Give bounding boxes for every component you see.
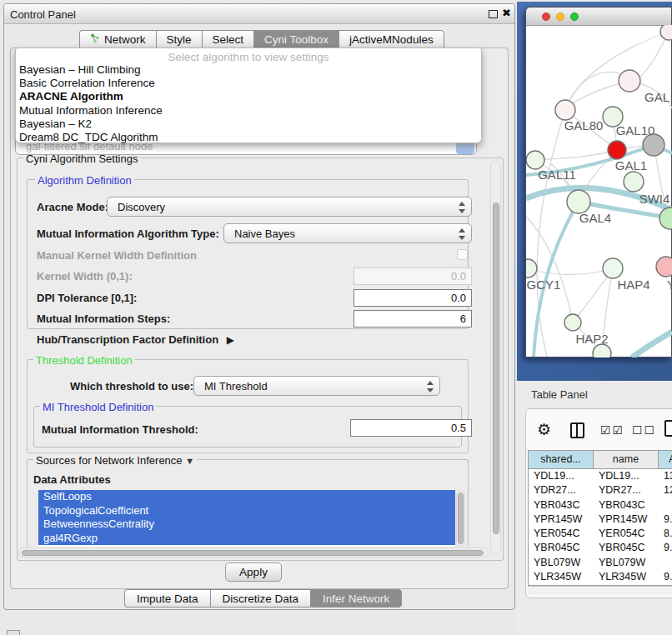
network-node[interactable] xyxy=(659,208,672,229)
table-cell: 9. xyxy=(659,512,672,527)
network-node[interactable] xyxy=(643,134,664,156)
table-cell: YPR145W xyxy=(529,512,594,527)
network-node[interactable] xyxy=(593,344,611,358)
kernel-width-field[interactable]: 0.0 xyxy=(354,268,472,285)
network-node[interactable] xyxy=(624,172,644,192)
algorithm-option[interactable]: Mutual Information Inference xyxy=(16,104,481,118)
threshold-definition-title: Threshold Definition xyxy=(33,354,135,367)
tab-select[interactable]: Select xyxy=(202,30,254,48)
which-threshold-label: Which threshold to use: xyxy=(70,380,193,392)
network-node[interactable] xyxy=(555,100,575,120)
tab-style[interactable]: Style xyxy=(156,30,202,48)
dpi-tolerance-field[interactable]: 0.0 xyxy=(354,289,472,307)
control-panel-titlebar[interactable] xyxy=(4,4,514,24)
network-node[interactable] xyxy=(660,25,672,40)
network-node[interactable] xyxy=(603,258,623,278)
network-node[interactable] xyxy=(564,314,581,331)
algorithm-option[interactable]: Bayesian – Hill Climbing xyxy=(16,63,481,77)
table-header-row: shared...nameA xyxy=(529,451,672,469)
table-cell: YDR27... xyxy=(594,483,659,498)
node-label: GAL xyxy=(644,90,669,104)
data-attributes-list[interactable]: SelfLoopsTopologicalCoefficientBetweenne… xyxy=(38,490,455,547)
algorithm-definition-title: Algorithm Definition xyxy=(35,174,134,187)
mi-type-label: Mutual Information Algorithm Type: xyxy=(37,228,219,240)
node-label: GAL1 xyxy=(615,158,647,172)
collapsed-panel-icon[interactable] xyxy=(7,630,20,635)
mi-steps-field[interactable]: 6 xyxy=(354,310,472,328)
mi-type-combobox[interactable]: Naive Bayes xyxy=(223,223,472,243)
aracne-mode-combobox[interactable]: Discovery xyxy=(107,197,472,217)
which-threshold-combobox[interactable]: MI Threshold xyxy=(193,376,440,396)
tab-discretize-data[interactable]: Discretize Data xyxy=(210,589,311,608)
tab-impute-data[interactable]: Impute Data xyxy=(124,589,210,608)
algorithm-option[interactable]: Bayesian – K2 xyxy=(16,118,481,131)
attribute-item[interactable]: gal4RGexp xyxy=(38,532,455,546)
table-row[interactable]: YBR045CYBR045C9. xyxy=(529,541,672,555)
apply-button[interactable]: Apply xyxy=(225,562,282,582)
algorithm-option[interactable]: Dream8 DC_TDC Algorithm xyxy=(16,131,481,144)
table-cell: 12 xyxy=(659,483,672,498)
node-label: Y xyxy=(667,278,672,292)
network-window-titlebar[interactable] xyxy=(526,8,671,26)
algorithm-option[interactable]: Basic Correlation Inference xyxy=(16,77,481,90)
node-label: GAL11 xyxy=(538,168,576,182)
hub-section-label[interactable]: Hub/Transcription Factor Definition ▶ xyxy=(37,333,229,346)
close-icon[interactable]: ✖ xyxy=(502,7,511,19)
column-header[interactable]: A xyxy=(659,451,672,469)
columns-icon[interactable] xyxy=(570,422,584,438)
mi-steps-label: Mutual Information Steps: xyxy=(37,312,170,325)
network-node[interactable] xyxy=(656,257,672,277)
manual-kernel-checkbox[interactable] xyxy=(457,249,468,260)
tab-jactivemnodules[interactable]: jActiveMNodules xyxy=(339,30,444,48)
table-row[interactable]: YLR345WYLR345W9. xyxy=(529,570,672,584)
attribute-item[interactable]: SelfLoops xyxy=(38,490,455,504)
spinner-arrows-icon xyxy=(458,228,465,241)
tab-cyni-toolbox[interactable]: Cyni Toolbox xyxy=(253,30,339,48)
table-row[interactable]: YPR145WYPR145W9. xyxy=(529,512,672,527)
attribute-item[interactable]: TopologicalCoefficient xyxy=(38,504,455,518)
table-row[interactable]: YBR043CYBR043C xyxy=(529,498,672,512)
deselect-all-checkboxes-icon[interactable]: ☐☐ xyxy=(632,423,656,437)
tab-label: Style xyxy=(167,33,192,46)
zoom-traffic-light-icon[interactable] xyxy=(570,12,579,21)
mi-threshold-title: MI Threshold Definition xyxy=(40,401,156,413)
table-cell: YLR345W xyxy=(594,570,659,584)
select-all-checkboxes-icon[interactable]: ☑☑ xyxy=(600,423,624,437)
close-traffic-light-icon[interactable] xyxy=(542,12,550,21)
table-row[interactable]: YER054CYER054C8. xyxy=(529,527,672,541)
algorithm-option[interactable]: ARACNE Algorithm xyxy=(16,90,481,103)
table-body: YDL19...YDL19...13YDR27...YDR27...12YBR0… xyxy=(529,469,672,586)
gear-icon[interactable]: ⚙ xyxy=(537,420,551,439)
table-row[interactable]: YDR27...YDR27...12 xyxy=(529,483,672,498)
network-node[interactable] xyxy=(526,151,544,169)
table-cell: YDL19... xyxy=(529,469,594,483)
kernel-width-label: Kernel Width (0,1): xyxy=(37,270,133,282)
column-header[interactable]: shared... xyxy=(529,451,594,469)
sources-title[interactable]: Sources for Network Inference ▼ xyxy=(33,454,197,467)
tab-network[interactable]: Network xyxy=(79,30,156,48)
attribute-item[interactable]: BetweennessCentrality xyxy=(38,518,455,532)
collapse-arrow-icon[interactable]: ▼ xyxy=(185,456,194,466)
hub-section-text: Hub/Transcription Factor Definition xyxy=(37,333,218,346)
attribute-list-scrollbar[interactable] xyxy=(456,490,465,547)
table-row[interactable]: YBL079WYBL079W xyxy=(529,556,672,570)
file-icon[interactable] xyxy=(664,420,672,437)
table-row[interactable]: YDL19...YDL19...13 xyxy=(529,469,672,483)
table-cell: 13 xyxy=(659,469,672,483)
network-node[interactable] xyxy=(608,141,626,159)
network-node[interactable] xyxy=(619,70,640,92)
tab-infer-network[interactable]: Infer Network xyxy=(310,589,402,608)
network-node[interactable] xyxy=(526,259,537,278)
network-node[interactable] xyxy=(567,190,590,213)
minimize-traffic-light-icon[interactable] xyxy=(556,12,564,21)
settings-vertical-scrollbar[interactable] xyxy=(490,161,501,553)
table-horizontal-scrollbar[interactable] xyxy=(528,586,672,595)
tab-label: Network xyxy=(104,33,146,46)
column-header[interactable]: name xyxy=(594,451,659,469)
settings-horizontal-scrollbar[interactable] xyxy=(18,548,489,558)
float-window-icon[interactable] xyxy=(489,10,498,18)
aracne-mode-label: Aracne Mode: xyxy=(37,201,108,213)
mi-threshold-field[interactable]: 0.5 xyxy=(350,419,472,437)
network-graph[interactable]: GALGAL80GAL10GAL1GAL11SWI4GAL4GCY1HAP4YH… xyxy=(526,25,672,358)
expand-arrow-icon[interactable]: ▶ xyxy=(227,334,234,346)
